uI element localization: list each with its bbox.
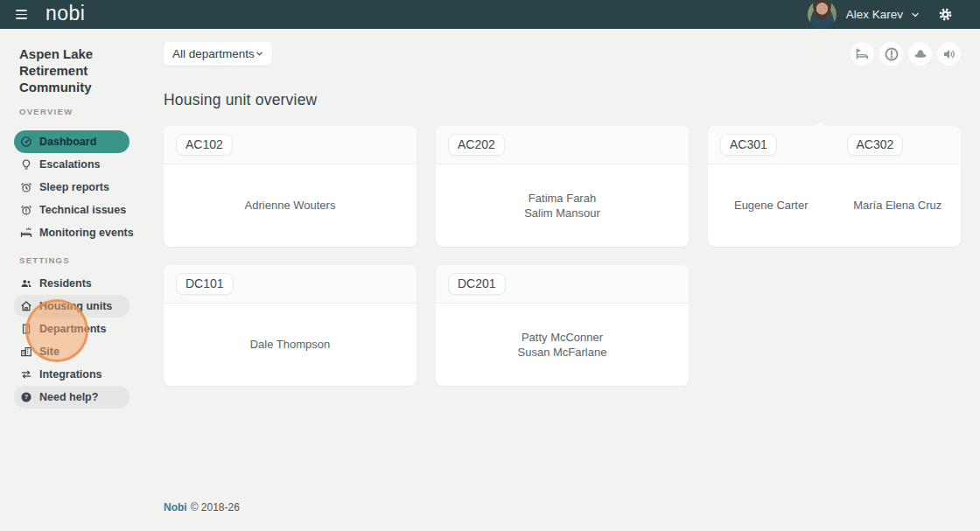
unit-badge: AC102 <box>176 134 233 156</box>
sidebar-item-label: Site <box>39 346 60 358</box>
sidebar-item-sleep-reports[interactable]: Sleep reports <box>14 176 130 199</box>
gear-icon[interactable] <box>937 6 954 23</box>
settings-nav: Residents Housing units Departments Site <box>0 272 149 409</box>
chevron-down-icon[interactable] <box>910 10 920 20</box>
user-menu[interactable]: Alex Karev <box>808 0 954 29</box>
alarm-clock-icon <box>20 181 32 193</box>
user-name: Alex Karev <box>846 8 903 21</box>
sidebar-item-monitoring-events[interactable]: Monitoring events <box>14 221 130 244</box>
site-buildings-icon <box>20 346 32 358</box>
resident-name: María Elena Cruz <box>835 198 962 213</box>
question-mark-icon: ? <box>20 391 32 403</box>
housing-unit-grid: AC102 Adrienne Wouters AC202 Fatima Fara… <box>164 126 961 386</box>
sidebar-item-label: Technical issues <box>39 204 126 216</box>
sidebar: Aspen Lake Retirement Community OVERVIEW… <box>0 29 149 531</box>
department-filter-select[interactable]: All departments <box>164 42 272 66</box>
user-avatar[interactable] <box>808 0 836 29</box>
nobi-footer-link[interactable]: Nobi <box>164 501 187 514</box>
overview-section-label: OVERVIEW <box>19 107 149 117</box>
resident-name: Eugene Carter <box>708 198 835 213</box>
housing-unit-card-dc101[interactable]: DC101 Dale Thompson <box>164 265 416 386</box>
sidebar-item-label: Residents <box>39 277 92 290</box>
chevron-down-icon <box>255 49 264 59</box>
topbar: nobi Alex Karev <box>0 0 980 29</box>
hat-icon[interactable] <box>908 42 932 66</box>
alert-circle-icon[interactable] <box>879 42 903 66</box>
unit-badge: DC201 <box>448 273 506 295</box>
nobi-logo[interactable]: nobi <box>46 3 85 26</box>
housing-unit-card-dc201[interactable]: DC201 Patty McConner Susan McFarlane <box>436 265 689 386</box>
department-filter-value: All departments <box>172 47 255 60</box>
sidebar-item-site[interactable]: Site <box>14 340 130 363</box>
sidebar-item-technical-issues[interactable]: Technical issues <box>14 199 130 221</box>
resident-name: Susan McFarlane <box>518 345 607 360</box>
sidebar-item-departments[interactable]: Departments <box>14 318 130 340</box>
alarm-alert-icon <box>20 204 32 216</box>
sidebar-item-label: Monitoring events <box>39 227 134 239</box>
footer: Nobi© 2018-26 <box>164 501 240 514</box>
status-toolbar <box>850 42 961 66</box>
settings-section-label: SETTINGS <box>19 255 149 266</box>
unit-badge: AC202 <box>448 134 505 156</box>
copyright-text: © 2018-26 <box>191 501 240 514</box>
sidebar-item-label: Departments <box>39 323 106 335</box>
sidebar-item-label: Integrations <box>39 368 102 381</box>
main-content: All departments Housing unit overview <box>149 29 980 531</box>
svg-text:?: ? <box>24 393 29 401</box>
unit-badge: DC101 <box>176 273 234 295</box>
building-icon <box>20 323 32 335</box>
need-help-button[interactable]: ? Need help? <box>14 386 130 409</box>
resident-name: Fatima Farah <box>528 191 596 206</box>
unit-badge: AC302 <box>847 134 904 156</box>
sidebar-item-dashboard[interactable]: Dashboard <box>14 130 130 153</box>
sidebar-item-housing-units[interactable]: Housing units <box>14 295 130 318</box>
bed-signal-icon <box>20 227 32 239</box>
sidebar-item-label: Escalations <box>39 158 100 171</box>
volume-icon[interactable] <box>937 42 961 66</box>
gauge-icon <box>20 136 32 148</box>
housing-unit-card-ac102[interactable]: AC102 Adrienne Wouters <box>164 126 416 247</box>
page-title: Housing unit overview <box>164 91 961 109</box>
sidebar-item-integrations[interactable]: Integrations <box>14 363 130 386</box>
sidebar-item-label: Housing units <box>39 300 112 312</box>
sidebar-item-label: Sleep reports <box>39 181 109 193</box>
bed-flag-icon[interactable] <box>850 42 874 66</box>
housing-unit-card-ac202[interactable]: AC202 Fatima Farah Salim Mansour <box>436 126 689 247</box>
people-icon <box>20 277 32 290</box>
unit-badge: AC301 <box>720 134 777 156</box>
swap-arrows-icon <box>20 368 32 381</box>
sidebar-item-label: Dashboard <box>39 136 96 148</box>
org-name: Aspen Lake Retirement Community <box>19 45 133 95</box>
overview-nav: Dashboard Escalations Sleep reports Tech… <box>0 130 149 244</box>
housing-unit-card-ac301-ac302[interactable]: AC301 AC302 Eugene Carter María Elena Cr… <box>708 126 961 247</box>
need-help-label: Need help? <box>39 391 98 403</box>
house-icon <box>20 300 32 312</box>
resident-name: Adrienne Wouters <box>245 198 336 213</box>
sidebar-item-escalations[interactable]: Escalations <box>14 153 130 176</box>
sidebar-item-residents[interactable]: Residents <box>14 272 130 295</box>
resident-name: Salim Mansour <box>524 206 600 220</box>
resident-name: Dale Thompson <box>250 337 331 352</box>
hamburger-menu-icon[interactable] <box>16 10 27 18</box>
bulb-icon <box>20 158 32 171</box>
resident-name: Patty McConner <box>522 330 603 345</box>
